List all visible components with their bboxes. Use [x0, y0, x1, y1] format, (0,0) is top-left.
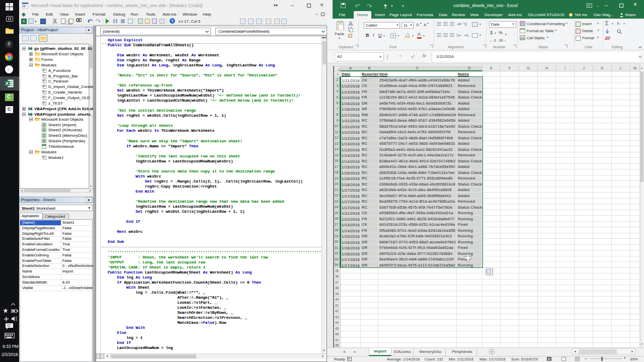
- svg-text:X: X: [6, 81, 9, 86]
